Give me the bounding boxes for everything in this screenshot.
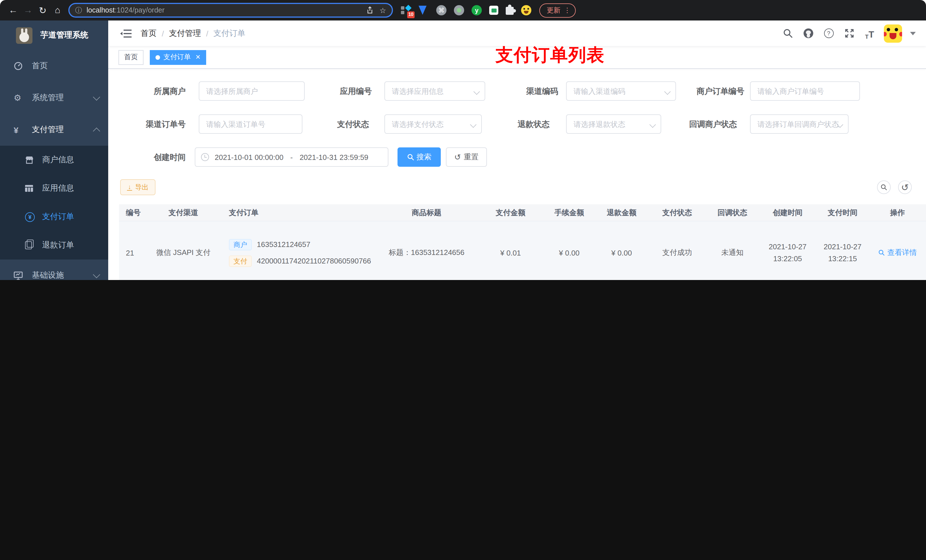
date-start[interactable]: 2021-10-01 00:00:00 [215,153,283,162]
pay-order-table: 编号 支付渠道 支付订单 商品标题 支付金额 手续金额 退款金额 支付状态 回调… [119,204,926,280]
github-icon[interactable] [802,27,814,39]
sidebar-item-system[interactable]: ⚙ 系统管理 [0,82,108,114]
shop-icon [25,156,38,164]
cell-created: 2021-10-2713:22:05 [759,221,816,280]
merchant-order-input[interactable] [750,82,860,101]
pay-order-no: 4200001174202110278060590766 [257,257,371,265]
extension-command-icon[interactable]: ⌘ [436,5,446,15]
toggle-search-button[interactable] [877,180,891,194]
breadcrumb-home[interactable]: 首页 [141,28,157,38]
address-bar[interactable]: ⓘ localhost:1024/pay/order ☆ [68,3,393,18]
col-pay-status: 支付状态 [649,204,706,221]
content: 所属商户 应用编号 渠道编码 商户订单编号 渠道订单号 [108,69,926,280]
refresh-left-icon [454,152,461,162]
avatar[interactable] [884,24,902,42]
breadcrumb-current: 支付订单 [213,28,245,38]
col-amount: 支付金额 [477,204,544,221]
col-id: 编号 [119,204,144,221]
page-title-annotation: 支付订单列表 [495,43,605,67]
cell-title: 标题：1635312124656 [376,221,477,280]
active-dot-icon [156,55,160,59]
cell-channel: 微信 JSAPI 支付 [144,221,223,280]
filter-label-merchant-order: 商户订单编号 [682,82,744,101]
table-row[interactable]: 21 微信 JSAPI 支付 商户 1635312124657 支付 42000… [119,221,926,280]
merchant-input[interactable] [199,82,305,101]
export-button[interactable]: 导出 [120,179,156,195]
extension-y-icon[interactable]: y [472,5,482,15]
forward-icon[interactable]: → [21,3,35,18]
logo-rabbit-icon [16,27,32,44]
cell-notify-status: 未通知 [706,221,759,280]
extension-kite-icon[interactable] [419,5,429,15]
filter-label-channel-order: 渠道订单号 [123,115,186,134]
refund-status-select[interactable] [566,115,661,134]
sidebar-item-home[interactable]: 首页 [0,50,108,82]
extension-badge: 10 [407,11,415,18]
filter-label-pay-status: 支付状态 [306,115,369,134]
table-grid-icon [25,185,38,192]
pay-status-select[interactable] [384,115,482,134]
back-icon[interactable]: ← [6,3,21,18]
create-time-range-input[interactable]: 2021-10-01 00:00:00 - 2021-10-31 23:59:5… [195,147,388,167]
help-icon[interactable] [822,27,835,39]
breadcrumb: 首页 / 支付管理 / 支付订单 [141,28,245,38]
yen-icon: ¥ [14,125,27,134]
tag-pay-order[interactable]: 支付订单 ✕ [150,50,206,65]
url-text[interactable]: localhost:1024/pay/order [86,6,361,14]
filter-label-app: 应用编号 [309,82,372,101]
merchant-order-no: 1635312124657 [257,240,310,249]
fullscreen-icon[interactable] [843,27,855,39]
col-actions: 操作 [869,204,926,221]
extension-chat-icon[interactable] [489,6,498,15]
table-header-row: 编号 支付渠道 支付订单 商品标题 支付金额 手续金额 退款金额 支付状态 回调… [119,204,926,221]
date-end[interactable]: 2021-10-31 23:59:59 [300,153,368,162]
avatar-caret-icon[interactable] [910,32,916,35]
reset-button[interactable]: 重置 [446,147,487,167]
sidebar-item-refund-order[interactable]: 退款订单 [0,231,108,260]
filter-label-notify-status: 回调商户状态 [674,115,737,134]
search-icon[interactable] [781,27,794,39]
refresh-icon[interactable]: ↻ [35,3,50,18]
app-select[interactable] [384,82,485,101]
sidebar-item-pay-order[interactable]: ¥ 支付订单 [0,202,108,231]
tag-home[interactable]: 首页 [118,50,144,65]
browser-toolbar: ← → ↻ ⌂ ⓘ localhost:1024/pay/order ☆ 10 … [0,0,926,21]
close-tag-icon[interactable]: ✕ [195,53,200,61]
extensions-puzzle-icon[interactable] [506,7,514,15]
download-icon [127,184,132,190]
view-detail-link[interactable]: 查看详情 [878,248,917,258]
filter-label-refund-status: 退款状态 [487,115,549,134]
update-button[interactable]: 更新 ⋮ [539,3,576,17]
font-size-icon[interactable] [863,27,876,39]
overflow-menu-icon[interactable]: ⋮ [564,6,570,14]
channel-order-input[interactable] [199,115,303,134]
collapse-sidebar-icon[interactable] [121,29,132,37]
col-notify-status: 回调状态 [706,204,759,221]
share-icon[interactable] [366,6,374,14]
channel-code-select[interactable] [566,82,676,101]
sidebar-item-merchant-info[interactable]: 商户信息 [0,146,108,174]
sidebar-item-infra[interactable]: 基础设施 [0,260,108,280]
search-button[interactable]: 搜索 [398,147,441,167]
home-icon[interactable]: ⌂ [50,3,65,18]
filter-label-create-time: 创建时间 [123,147,186,167]
refresh-table-button[interactable]: ↺ [898,180,912,194]
notify-status-select[interactable] [750,115,849,134]
copy-document-icon [25,241,38,249]
profile-emoji-icon[interactable] [521,5,531,15]
extension-record-icon[interactable] [454,5,464,15]
breadcrumb-pay[interactable]: 支付管理 [169,28,201,38]
bookmark-star-icon[interactable]: ☆ [380,6,386,15]
cell-fee: ¥ 0.00 [544,221,595,280]
col-channel: 支付渠道 [144,204,223,221]
app-title: 芋道管理系统 [41,30,88,41]
extension-grid-icon[interactable]: 10 [401,5,411,15]
sidebar-item-app-info[interactable]: 应用信息 [0,174,108,202]
chevron-up-icon [93,127,100,134]
col-title: 商品标题 [376,204,477,221]
site-info-icon[interactable]: ⓘ [75,5,82,15]
logo: 芋道管理系统 [0,21,108,50]
sidebar-item-pay[interactable]: ¥ 支付管理 [0,114,108,146]
pay-tag: 支付 [229,255,252,267]
cell-pay-status: 支付成功 [649,221,706,280]
